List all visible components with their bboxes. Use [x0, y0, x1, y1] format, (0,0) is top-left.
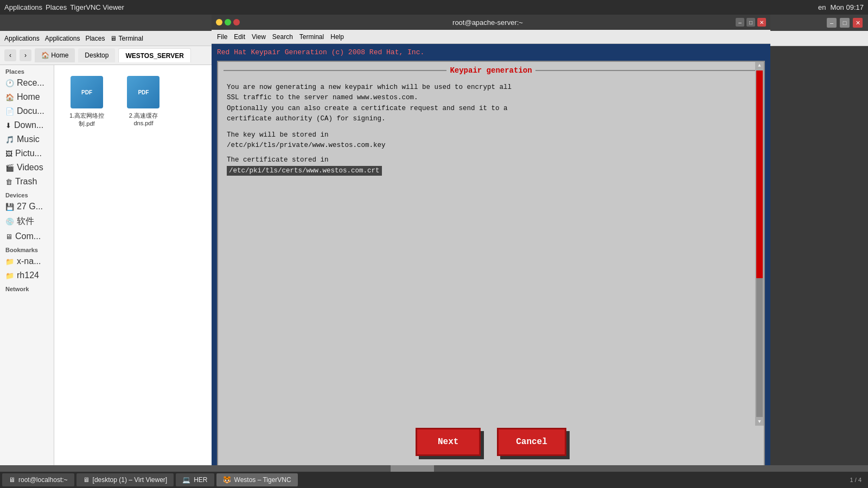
scrollbar-arrow-up[interactable]: ▲ [757, 62, 762, 69]
sidebar-devices-title: Devices [0, 189, 54, 200]
vnc-title: root@apache-server:~ [452, 18, 523, 27]
system-bar: Applications Places TigerVNC Viewer en M… [0, 0, 868, 15]
videos-icon: 🎬 [5, 164, 14, 172]
menu-search[interactable]: Search [270, 32, 295, 42]
vnc-window-controls: – □ ✕ [736, 18, 766, 27]
vnc-restore-btn[interactable] [225, 19, 231, 25]
terminal-body: Red Hat Keypair Generation (c) 2008 Red … [212, 44, 770, 488]
places-menu[interactable]: Places [46, 3, 67, 11]
toolbar-terminal[interactable]: 🖥 Terminal [110, 35, 143, 42]
file-icon-2: PDF [127, 76, 159, 108]
system-bar-right: en Mon 09:17 [818, 3, 864, 11]
vnc-close-btn[interactable] [233, 19, 240, 25]
taskbar: 🖥 root@localhost:~ 🖥 [desktop (1) – Virt… [0, 472, 868, 488]
lang-indicator[interactable]: en [818, 3, 826, 11]
file-item-2[interactable]: PDF 2.高速缓存dns.pdf [122, 76, 165, 126]
toolbar-apps[interactable]: Applications [4, 35, 40, 42]
tigervnc-menu[interactable]: TigerVNC Viewer [70, 3, 124, 11]
next-button[interactable]: Next [416, 428, 481, 456]
nav-bar: ‹ › 🏠 Home Desktop WESTOS_SERVER [0, 46, 212, 65]
vnc-window: root@apache-server:~ – □ ✕ File Edit Vie… [212, 15, 770, 488]
toolbar-places-label[interactable]: Places [85, 35, 105, 42]
dialog-line4: certificate authority (CA) for signing. [227, 114, 751, 124]
vnc-minimize-btn[interactable] [216, 19, 222, 25]
sidebar-bookmarks-title: Bookmarks [0, 243, 54, 254]
toolbar-apps-label[interactable]: Applications [45, 35, 80, 42]
file-icon-1: PDF [71, 76, 103, 108]
taskbar-vnc-icon: 🐯 [223, 476, 231, 484]
close-btn[interactable]: ✕ [853, 18, 863, 28]
dialog-line1: You are now generating a new keypair whi… [227, 82, 751, 93]
dialog-content: You are now generating a new keypair whi… [218, 77, 764, 419]
sidebar-item-computer[interactable]: 🖥Com... [0, 229, 54, 243]
sidebar-item-pictures[interactable]: 🖼Pictu... [0, 146, 54, 160]
sidebar-network-title: Network [0, 282, 54, 293]
vnc-cls-btn[interactable]: ✕ [757, 18, 766, 27]
sidebar-places-title: Places [0, 65, 54, 76]
tab-home[interactable]: 🏠 Home [35, 48, 75, 62]
tab-westos[interactable]: WESTOS_SERVER [118, 48, 191, 62]
documents-icon: 📄 [5, 107, 14, 115]
trash-icon: 🗑 [5, 178, 12, 186]
vnc-min-btn[interactable]: – [736, 18, 744, 27]
nav-fwd-btn[interactable]: › [20, 49, 31, 61]
title-divider-left [224, 70, 446, 71]
next-btn-wrapper: Next [416, 428, 481, 456]
taskbar-page-count: 1 / 4 [850, 477, 861, 483]
minimize-btn[interactable]: – [827, 18, 837, 28]
terminal-header-text: Red Hat Keypair Generation (c) 2008 Red … [217, 48, 424, 56]
taskbar-item-vnc[interactable]: 🐯 Westos – TigerVNC [216, 473, 298, 486]
computer-icon: 🖥 [5, 233, 12, 241]
home-icon: 🏠 [5, 93, 14, 101]
taskbar-virt-icon: 🖥 [83, 476, 90, 484]
sidebar-item-software[interactable]: 💿软件 [0, 214, 54, 229]
sidebar-item-recent[interactable]: 🕐Rece... [0, 76, 54, 90]
system-bar-left: Applications Places TigerVNC Viewer [4, 3, 124, 11]
vnc-max-btn[interactable]: □ [746, 18, 755, 27]
scrollbar-thumb [756, 70, 763, 278]
menu-terminal[interactable]: Terminal [297, 32, 326, 42]
sidebar-item-downloads[interactable]: ⬇Down... [0, 118, 54, 132]
applications-menu[interactable]: Applications [4, 3, 42, 11]
bottom-scrollbar[interactable] [0, 465, 868, 472]
dialog-cert-path: /etc/pki/tls/certs/www.westos.com.crt [227, 166, 751, 176]
menu-help[interactable]: Help [328, 32, 346, 42]
menu-view[interactable]: View [250, 32, 268, 42]
restore-btn[interactable]: □ [840, 18, 850, 28]
title-divider-right [535, 70, 758, 71]
sidebar-item-music[interactable]: 🎵Music [0, 132, 54, 146]
dialog-line2: SSL traffic to the server named www.west… [227, 93, 751, 103]
vnc-titlebar: root@apache-server:~ – □ ✕ [212, 15, 770, 30]
sidebar-item-drive[interactable]: 💾27 G... [0, 200, 54, 214]
dialog-scrollbar[interactable]: ▲ ▼ [755, 62, 764, 426]
menu-edit[interactable]: Edit [232, 32, 247, 42]
taskbar-item-virt[interactable]: 🖥 [desktop (1) – Virt Viewer] [76, 473, 174, 486]
sidebar-item-home[interactable]: 🏠Home [0, 90, 54, 104]
recent-icon: 🕐 [5, 79, 14, 87]
datetime-display: Mon 09:17 [831, 3, 864, 11]
sidebar-item-xna[interactable]: 📁x-na... [0, 254, 54, 268]
folder-rh124-icon: 📁 [5, 272, 14, 280]
music-icon: 🎵 [5, 136, 14, 144]
file-content-area: PDF 1.高宏网络控制.pdf PDF 2.高速缓存dns.pdf [54, 65, 212, 465]
taskbar-item-her[interactable]: 💻 HER [176, 473, 214, 486]
sidebar-item-rh124[interactable]: 📁rh124 [0, 268, 54, 282]
file-item-1[interactable]: PDF 1.高宏网络控制.pdf [65, 76, 108, 128]
sidebar: Places 🕐Rece... 🏠Home 📄Docu... ⬇Down... … [0, 65, 54, 465]
taskbar-right: 1 / 4 [850, 477, 866, 483]
menu-file[interactable]: File [215, 32, 229, 42]
sidebar-item-trash[interactable]: 🗑Trash [0, 175, 54, 189]
terminal-header: Red Hat Keypair Generation (c) 2008 Red … [212, 44, 770, 59]
scrollbar-arrow-down[interactable]: ▼ [757, 418, 762, 426]
scrollbar-track [756, 70, 763, 417]
sidebar-item-videos[interactable]: 🎬Videos [0, 160, 54, 175]
cancel-btn-wrapper: Cancel [497, 428, 566, 456]
folder-xna-icon: 📁 [5, 258, 14, 266]
taskbar-item-terminal[interactable]: 🖥 root@localhost:~ [2, 473, 74, 486]
file-name-1: 1.高宏网络控制.pdf [65, 112, 108, 128]
nav-back-btn[interactable]: ‹ [4, 49, 16, 61]
cancel-button[interactable]: Cancel [497, 428, 566, 456]
sidebar-item-documents[interactable]: 📄Docu... [0, 104, 54, 118]
dialog-line7: /etc/pki/tls/private/www.westos.com.key [227, 140, 751, 151]
tab-desktop[interactable]: Desktop [78, 48, 115, 62]
